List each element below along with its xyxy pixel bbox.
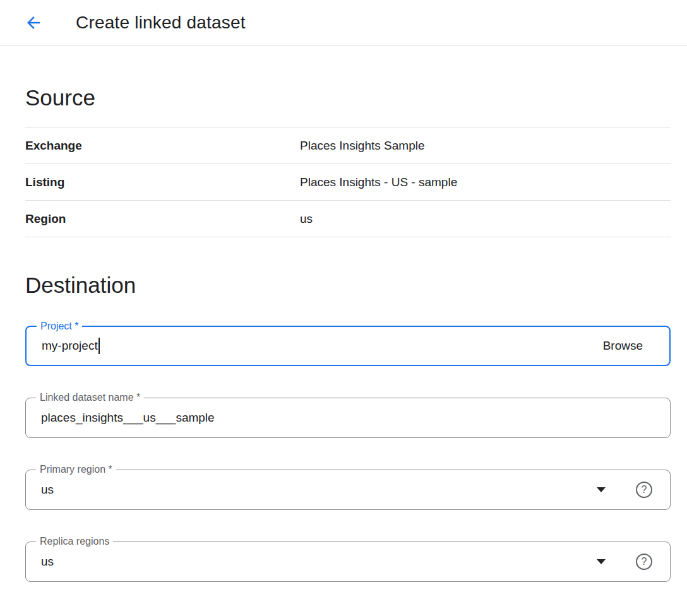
row-label: Exchange <box>25 139 300 153</box>
back-button[interactable] <box>21 10 46 35</box>
arrow-back-icon <box>24 13 43 32</box>
source-row-exchange: Exchange Places Insights Sample <box>25 127 671 163</box>
primary-region-label: Primary region * <box>36 463 116 476</box>
row-label: Region <box>25 212 300 226</box>
source-row-listing: Listing Places Insights - US - sample <box>25 163 671 200</box>
chevron-down-icon[interactable] <box>597 487 606 492</box>
text-cursor <box>99 338 100 354</box>
row-value: Places Insights - US - sample <box>300 175 457 189</box>
project-field-label: Project * <box>37 320 82 333</box>
row-value: us <box>300 212 313 226</box>
project-field[interactable]: Project * my-project Browse <box>25 326 671 366</box>
source-table: Exchange Places Insights Sample Listing … <box>25 127 671 237</box>
destination-heading: Destination <box>25 273 671 298</box>
chevron-down-icon[interactable] <box>597 559 606 564</box>
primary-region-value: us <box>41 483 54 497</box>
replica-regions-select[interactable]: Replica regions us ? <box>25 542 671 582</box>
help-icon[interactable]: ? <box>636 554 652 570</box>
linked-dataset-name-field[interactable]: Linked dataset name * places_insights___… <box>25 398 671 438</box>
linked-dataset-name-value: places_insights___us___sample <box>41 411 215 425</box>
help-icon[interactable]: ? <box>636 482 652 498</box>
page-title: Create linked dataset <box>76 13 246 33</box>
row-label: Listing <box>25 175 300 189</box>
source-row-region: Region us <box>25 200 671 237</box>
linked-dataset-name-label: Linked dataset name * <box>36 391 144 404</box>
main-content: Source Exchange Places Insights Sample L… <box>0 85 687 582</box>
browse-button[interactable]: Browse <box>603 339 652 353</box>
row-value: Places Insights Sample <box>300 139 425 153</box>
project-field-value: my-project <box>42 338 100 354</box>
replica-regions-value: us <box>41 555 54 569</box>
page-header: Create linked dataset <box>0 0 687 46</box>
primary-region-select[interactable]: Primary region * us ? <box>25 470 671 510</box>
replica-regions-label: Replica regions <box>36 535 113 548</box>
source-heading: Source <box>25 85 671 110</box>
